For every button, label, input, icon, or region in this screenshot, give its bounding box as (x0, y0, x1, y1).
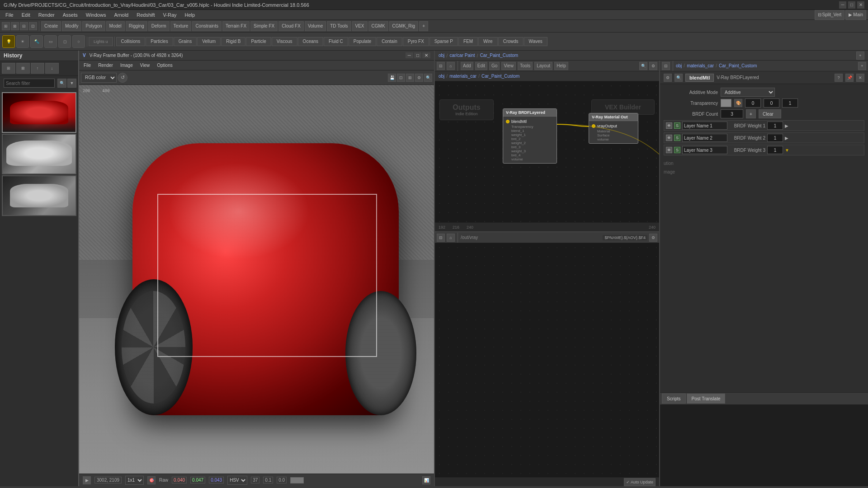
history-thumb-2[interactable] (2, 134, 76, 174)
maximize-button[interactable]: □ (848, 1, 855, 9)
menu-arnold[interactable]: Arnold (110, 10, 132, 19)
ne-search-btn[interactable]: 🔍 (639, 62, 647, 70)
menu-vray[interactable]: V-Ray (160, 10, 180, 19)
vfb-menu-render[interactable]: Render (95, 61, 116, 70)
history-header[interactable]: History (0, 51, 78, 61)
brdf-solo-1[interactable]: S (674, 122, 680, 129)
scripts-tab[interactable]: Scripts (662, 394, 686, 404)
tool-btn-3[interactable]: ⊟ (20, 22, 28, 30)
menu-help[interactable]: Help (181, 10, 199, 19)
props-add-btn[interactable]: + (858, 62, 866, 70)
transparency-g-input[interactable] (764, 99, 779, 108)
ne-materials-label[interactable]: car/car Paint (449, 53, 475, 58)
ne-action-go[interactable]: Go (489, 62, 500, 70)
shelf-tab-collisions[interactable]: Collisions (116, 37, 146, 46)
auto-update-toggle[interactable]: ✓ Auto Update (624, 478, 656, 486)
shelf-tab-waves[interactable]: Waves (524, 37, 547, 46)
history-tool-add[interactable]: ⊞ (2, 63, 15, 74)
brdf-solo-3[interactable]: S (674, 147, 680, 153)
props-obj[interactable]: obj (676, 63, 682, 68)
menu-windows[interactable]: Windows (82, 10, 110, 19)
shelf-tab-sparsep[interactable]: Sparse P (429, 37, 458, 46)
brdf-count-input[interactable] (721, 109, 743, 118)
props-close-btn[interactable]: ✕ (856, 74, 864, 82)
close-button[interactable]: ✕ (857, 1, 864, 9)
menu-file[interactable]: File (2, 10, 17, 19)
vrayoutput-node[interactable]: V-Ray Material Out vrayOutput Material S… (589, 113, 638, 144)
create-tab[interactable]: Create (41, 21, 61, 31)
props-search-btn[interactable]: 🔍 (675, 74, 683, 82)
brdf-name-1[interactable] (682, 122, 727, 130)
props-pin-btn[interactable]: 📌 (845, 74, 854, 82)
shelf-tab-grains[interactable]: Grains (174, 37, 197, 46)
eyedropper-btn[interactable]: 🎯 (147, 476, 156, 484)
brdf-name-3[interactable] (682, 146, 727, 154)
brdf-expand-2[interactable]: ▶ (785, 136, 788, 141)
cgmk-tab[interactable]: CGMK (368, 21, 388, 31)
shelf-icon-lights[interactable]: 💡 (2, 35, 15, 48)
brdf-clear-btn[interactable]: Clear (759, 109, 781, 118)
shelf-tab-particles[interactable]: Particles (146, 37, 173, 46)
shelf-tab-fluidc[interactable]: Fluid C (324, 37, 348, 46)
rigging-tab[interactable]: Rigging (126, 21, 147, 31)
ne-obj-label[interactable]: obj (439, 53, 444, 58)
shelf-icon-spot[interactable]: 🔦 (30, 35, 43, 48)
shelf-tab-contain[interactable]: Contain (377, 37, 402, 46)
ne-add-pane-btn[interactable]: + (856, 52, 864, 60)
history-thumb-3[interactable] (2, 175, 76, 216)
vfb-zoom-btn[interactable]: 🔍 (424, 74, 432, 82)
polygon-tab[interactable]: Polygon (82, 21, 105, 31)
vfb-close[interactable]: ✕ (422, 52, 430, 58)
props-collapse-btn[interactable]: ⊟ (662, 62, 670, 70)
color-channel-select[interactable]: RGB color Alpha Luminance (81, 73, 117, 83)
menu-render[interactable]: Render (35, 10, 58, 19)
vfb-menu-options[interactable]: Options (154, 61, 175, 70)
shelf-tab-pyrofx[interactable]: Pyro FX (403, 37, 429, 46)
shelf-tab-oceans[interactable]: Oceans (298, 37, 323, 46)
menu-redshift[interactable]: Redshift (133, 10, 158, 19)
search-filter-input[interactable] (4, 79, 55, 88)
brdf-weight-1[interactable] (767, 122, 783, 130)
brdf-solo-2[interactable]: S (674, 135, 680, 141)
ne-collapse-btn[interactable]: ⊟ (437, 62, 445, 70)
transparency-color-swatch[interactable] (721, 99, 731, 107)
ne-action-help[interactable]: Help (554, 62, 568, 70)
vfb-reset-btn[interactable]: ↺ (118, 73, 127, 83)
ne-carpaint-label[interactable]: Car_Paint_Custom (480, 53, 518, 58)
render-canvas[interactable]: 200 400 (79, 85, 434, 474)
shelf-tab-viscous[interactable]: Viscous (272, 37, 297, 46)
brdf-expand-1[interactable]: ▶ (785, 123, 788, 128)
vfb-restore[interactable]: □ (414, 52, 421, 58)
brdf-toggle-3[interactable]: 👁 (666, 147, 672, 153)
menu-assets[interactable]: Assets (59, 10, 81, 19)
history-tool-move-down[interactable]: ↓ (45, 63, 59, 74)
vfb-save-btn[interactable]: 💾 (388, 74, 396, 82)
history-tool-remove[interactable]: ⊠ (16, 63, 30, 74)
shelf-tab-crowds[interactable]: Crowds (498, 37, 524, 46)
terrainfx-tab[interactable]: Terrain FX (222, 21, 250, 31)
additive-mode-select[interactable]: Additive Normal (721, 88, 775, 97)
ne-action-edit[interactable]: Edit (475, 62, 487, 70)
search-btn[interactable]: 🔍 (57, 79, 66, 88)
history-tool-move-up[interactable]: ↑ (31, 63, 44, 74)
transparency-r-input[interactable] (745, 99, 761, 108)
histogram-btn[interactable]: 📊 (422, 476, 430, 484)
brdf-weight-2[interactable] (767, 134, 783, 142)
shelf-tab-fem[interactable]: FEM (458, 37, 478, 46)
ne2-canvas[interactable] (435, 243, 659, 477)
nb-obj[interactable]: obj (439, 74, 444, 79)
brdf-expand-3[interactable]: ▼ (785, 148, 789, 153)
add-shelf-btn[interactable]: + (419, 21, 428, 31)
ne2-home-btn[interactable]: ⌂ (447, 234, 455, 242)
shelf-icon-area[interactable]: ▭ (44, 35, 57, 48)
ne-action-add[interactable]: Add (461, 62, 473, 70)
brdf-toggle-1[interactable]: 👁 (666, 122, 672, 129)
brdf-name-2[interactable] (682, 134, 727, 142)
ne-home-btn[interactable]: ⌂ (447, 62, 455, 70)
tool-btn-4[interactable]: ⊡ (29, 22, 37, 30)
ne-action-view[interactable]: View (501, 62, 516, 70)
zoom-select[interactable]: 1x1 2x2 0.5x (125, 476, 144, 485)
post-translate-tab[interactable]: Post Translate (687, 394, 726, 404)
shelf-tab-particle[interactable]: Particle (246, 37, 271, 46)
vfb-settings-btn[interactable]: ⚙ (415, 74, 423, 82)
